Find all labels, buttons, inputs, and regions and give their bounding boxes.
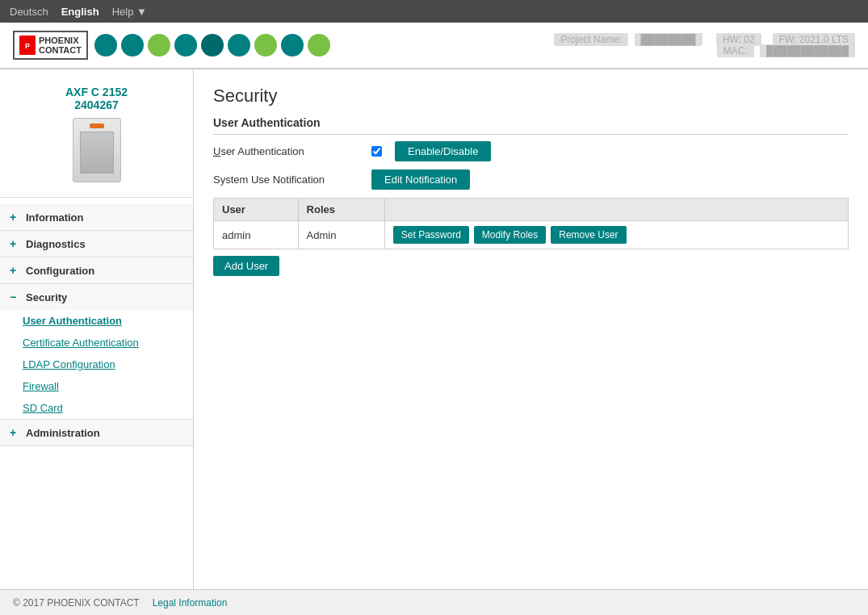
- device-number: 2404267: [8, 98, 185, 111]
- sidebar-item-administration[interactable]: + Administration: [0, 420, 193, 446]
- lang-de-link[interactable]: Deutsch: [10, 6, 48, 18]
- dot-5: [201, 34, 224, 56]
- dot-4: [174, 34, 197, 56]
- user-cell: admin: [214, 221, 299, 249]
- sidebar-section-diagnostics: + Diagnostics: [0, 231, 193, 257]
- sidebar-diagnostics-label: Diagnostics: [26, 238, 86, 250]
- actions-cell: Set Password Modify Roles Remove User: [384, 221, 848, 249]
- remove-user-button[interactable]: Remove User: [551, 226, 626, 244]
- sidebar-information-label: Information: [26, 211, 84, 224]
- logo: P PHOENIXCONTACT: [13, 31, 88, 60]
- sidebar-section-configuration: + Configuration: [0, 257, 193, 284]
- dot-6: [228, 34, 250, 56]
- status-dots: [94, 34, 330, 56]
- sidebar-item-diagnostics[interactable]: + Diagnostics: [0, 231, 193, 257]
- modify-roles-button[interactable]: Modify Roles: [474, 226, 546, 244]
- user-auth-label-text: ser Authentication: [220, 145, 304, 157]
- project-label: Project Name:: [554, 33, 628, 46]
- roles-cell: Admin: [298, 221, 384, 249]
- system-use-label: System Use Notification: [213, 174, 359, 186]
- device-name: AXF C 2152: [8, 86, 185, 98]
- toggle-information-icon: +: [10, 211, 21, 224]
- lang-en-link[interactable]: English: [61, 6, 99, 18]
- dot-2: [121, 34, 144, 56]
- edit-notification-button[interactable]: Edit Notification: [371, 169, 470, 190]
- sidebar-administration-label: Administration: [26, 427, 100, 439]
- phoenix-logo-icon: P: [19, 36, 36, 55]
- header-right: Project Name: ████████ HW: 02 FW: 2021.0…: [551, 34, 855, 56]
- project-value: ████████: [635, 33, 702, 46]
- user-auth-row: User Authentication Enable/Disable: [213, 141, 849, 161]
- header: P PHOENIXCONTACT Project Name: ████████ …: [0, 23, 868, 69]
- sidebar-item-information[interactable]: + Information: [0, 204, 193, 230]
- enable-disable-button[interactable]: Enable/Disable: [395, 141, 491, 161]
- col-header-roles: Roles: [298, 199, 384, 221]
- section-title: User Authentication: [213, 116, 849, 135]
- sidebar-item-user-auth[interactable]: User Authentication: [0, 310, 193, 332]
- toggle-diagnostics-icon: +: [10, 237, 21, 250]
- logo-text: PHOENIXCONTACT: [39, 36, 82, 55]
- page-title: Security: [213, 86, 849, 107]
- copyright-text: © 2017 PHOENIX CONTACT: [13, 597, 140, 609]
- toggle-security-icon: −: [10, 291, 21, 303]
- content-area: Security User Authentication User Authen…: [194, 69, 868, 589]
- topbar: Deutsch English Help ▼: [0, 0, 868, 23]
- legal-information-link[interactable]: Legal Information: [153, 597, 228, 609]
- sidebar-item-ldap[interactable]: LDAP Configuration: [0, 354, 193, 375]
- col-header-actions: [384, 199, 848, 221]
- toggle-configuration-icon: +: [10, 264, 21, 277]
- main-layout: AXF C 2152 2404267 + Information + Diagn…: [0, 69, 868, 589]
- row-actions: Set Password Modify Roles Remove User: [393, 226, 840, 244]
- device-image: [73, 118, 121, 182]
- sidebar-section-information: + Information: [0, 204, 193, 231]
- user-table: User Roles admin Admin Set Password Modi…: [213, 198, 849, 249]
- device-info: AXF C 2152 2404267: [0, 77, 193, 198]
- footer: © 2017 PHOENIX CONTACT Legal Information: [0, 589, 868, 615]
- dot-8: [281, 34, 304, 56]
- help-menu[interactable]: Help ▼: [112, 6, 147, 18]
- table-header-row: User Roles: [214, 199, 849, 221]
- sidebar-configuration-label: Configuration: [26, 265, 94, 277]
- col-header-user: User: [214, 199, 299, 221]
- sidebar-security-label: Security: [26, 291, 67, 303]
- table-row: admin Admin Set Password Modify Roles Re…: [214, 221, 849, 249]
- sidebar-section-security: − Security User Authentication Certifica…: [0, 284, 193, 420]
- dot-7: [254, 34, 277, 56]
- user-auth-checkbox[interactable]: [371, 146, 382, 157]
- mac-value: ████████████: [760, 44, 855, 57]
- sidebar: AXF C 2152 2404267 + Information + Diagn…: [0, 69, 194, 589]
- system-use-row: System Use Notification Edit Notificatio…: [213, 169, 849, 190]
- user-auth-label: User Authentication: [213, 145, 359, 157]
- svg-text:P: P: [25, 42, 30, 50]
- dot-3: [148, 34, 170, 56]
- dot-1: [94, 34, 117, 56]
- add-user-button[interactable]: Add User: [213, 256, 279, 276]
- toggle-administration-icon: +: [10, 426, 21, 439]
- dot-9: [308, 34, 330, 56]
- sidebar-item-cert-auth[interactable]: Certificate Authentication: [0, 332, 193, 354]
- sidebar-section-administration: + Administration: [0, 420, 193, 446]
- sidebar-item-security[interactable]: − Security: [0, 284, 193, 310]
- sidebar-item-firewall[interactable]: Firewall: [0, 375, 193, 397]
- sidebar-item-configuration[interactable]: + Configuration: [0, 257, 193, 283]
- sidebar-item-sdcard[interactable]: SD Card: [0, 397, 193, 419]
- mac-label: MAC:: [717, 44, 754, 57]
- set-password-button[interactable]: Set Password: [393, 226, 469, 244]
- header-left: P PHOENIXCONTACT: [13, 31, 330, 60]
